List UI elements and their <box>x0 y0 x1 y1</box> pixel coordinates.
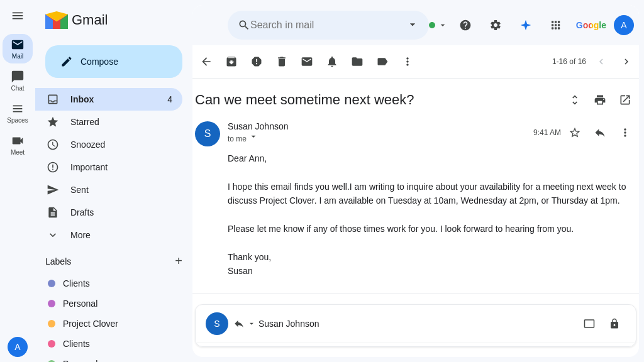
pagination-label: 1-16 of 16 <box>552 57 586 66</box>
label-text-clients-2: Clients <box>63 339 90 349</box>
sidebar-item-meet[interactable]: Meet <box>3 130 33 160</box>
to-me-text: to me <box>228 134 247 143</box>
more-actions-icon <box>401 55 414 68</box>
reply-header-actions <box>578 312 626 335</box>
label-personal-2[interactable]: Personal <box>45 354 182 362</box>
reply-button[interactable] <box>589 121 611 144</box>
status-dot <box>429 22 435 28</box>
pagination-next[interactable] <box>616 52 636 72</box>
spaces-label: Spaces <box>7 117 28 124</box>
inbox-badge: 4 <box>167 94 172 104</box>
email-toolbar: 1-16 of 16 <box>192 45 639 79</box>
search-input[interactable] <box>250 19 406 31</box>
apps-button[interactable] <box>543 13 569 38</box>
back-button[interactable] <box>195 50 218 73</box>
meet-icon <box>11 134 25 148</box>
important-label: Important <box>70 162 172 172</box>
drafts-label: Drafts <box>70 207 172 217</box>
nav-item-sent[interactable]: Sent <box>35 178 182 201</box>
reply-window-icon <box>584 318 595 329</box>
delete-icon <box>275 55 288 68</box>
mail-icon <box>11 38 25 52</box>
next-icon <box>621 56 632 67</box>
print-icon <box>594 94 606 106</box>
body-greeting: Dear Ann, <box>228 151 634 165</box>
sent-icon <box>45 184 60 196</box>
label-button[interactable] <box>371 50 394 73</box>
add-label-button[interactable]: + <box>175 254 182 268</box>
pagination-prev[interactable] <box>591 52 611 72</box>
compose-button[interactable]: Compose <box>45 45 182 78</box>
open-in-new-button[interactable] <box>614 89 636 111</box>
nav-item-more[interactable]: More <box>35 224 182 246</box>
mail-label: Mail <box>12 53 23 60</box>
starred-label: Starred <box>70 117 172 127</box>
message-more-button[interactable] <box>614 121 636 144</box>
prev-icon <box>596 56 607 67</box>
reply-dropdown-icon <box>247 319 256 328</box>
email-thread-container: 1-16 of 16 Can we meet sometime next wee… <box>192 45 639 357</box>
archive-button[interactable] <box>220 50 243 73</box>
star-icon <box>569 126 581 139</box>
nav-item-important[interactable]: Important <box>35 156 182 178</box>
sender-name: Susan Johnson <box>228 121 526 131</box>
nav-panel: Gmail Compose Inbox 4 Starred Snoozed Im… <box>35 0 192 362</box>
labels-title: Labels <box>45 256 71 266</box>
spam-button[interactable] <box>245 50 268 73</box>
status-dropdown-icon <box>438 20 448 30</box>
starred-icon <box>45 116 60 128</box>
expand-button[interactable] <box>564 89 586 111</box>
label-dot-personal-1 <box>48 300 55 307</box>
nav-item-starred[interactable]: Starred <box>35 111 182 133</box>
label-personal-1[interactable]: Personal <box>45 293 182 314</box>
user-avatar-top[interactable]: A <box>614 15 634 35</box>
label-text-personal-2: Personal <box>63 359 97 362</box>
sender-to[interactable]: to me <box>228 131 526 143</box>
label-text-clients-1: Clients <box>63 278 90 288</box>
label-text-personal-1: Personal <box>63 299 97 309</box>
archive-icon <box>225 55 238 68</box>
reply-to: Susan Johnson <box>233 318 319 329</box>
body-paragraph-2: Please let me know if any of those times… <box>228 222 634 236</box>
reply-window-button[interactable] <box>578 312 601 335</box>
sidebar-item-chat[interactable]: Chat <box>3 66 33 96</box>
gemini-button[interactable] <box>513 13 538 38</box>
compose-label: Compose <box>80 57 118 67</box>
print-button[interactable] <box>589 89 611 111</box>
sender-info: Susan Johnson to me <box>228 121 526 143</box>
sidebar-item-mail[interactable]: Mail <box>3 34 33 63</box>
snooze-button[interactable] <box>321 50 343 73</box>
reply-avatar: S <box>206 312 228 335</box>
move-to-button[interactable] <box>346 50 369 73</box>
reply-body[interactable] <box>196 343 636 347</box>
search-icon <box>238 19 250 31</box>
app-name: Gmail <box>72 12 108 28</box>
move-icon <box>351 55 364 68</box>
sidebar-item-spaces[interactable]: Spaces <box>3 98 33 128</box>
user-avatar[interactable]: A <box>8 337 28 357</box>
settings-button[interactable] <box>483 13 508 38</box>
label-text-project-clover-1: Project Clover <box>63 319 118 329</box>
star-button[interactable] <box>564 121 586 144</box>
menu-button[interactable] <box>3 5 33 26</box>
sender-avatar: S <box>195 121 220 146</box>
mark-unread-button[interactable] <box>296 50 318 73</box>
status-container <box>429 20 448 30</box>
nav-item-snoozed[interactable]: Snoozed <box>35 133 182 156</box>
label-clients-2[interactable]: Clients <box>45 334 182 354</box>
pagination: 1-16 of 16 <box>552 52 636 72</box>
label-project-clover-1[interactable]: Project Clover <box>45 314 182 334</box>
main-content: Google A <box>192 5 639 357</box>
reply-lock-button[interactable] <box>603 312 626 335</box>
nav-item-inbox[interactable]: Inbox 4 <box>35 88 182 111</box>
message-header: S Susan Johnson to me 9:41 AM <box>192 116 639 151</box>
more-actions-button[interactable] <box>396 50 419 73</box>
nav-item-drafts[interactable]: Drafts <box>35 201 182 224</box>
help-icon <box>459 19 472 31</box>
label-clients-1[interactable]: Clients <box>45 273 182 293</box>
delete-button[interactable] <box>270 50 293 73</box>
lock-icon <box>609 318 620 329</box>
to-chevron-icon <box>248 131 258 141</box>
help-button[interactable] <box>453 13 478 38</box>
search-dropdown-button[interactable] <box>406 18 419 33</box>
